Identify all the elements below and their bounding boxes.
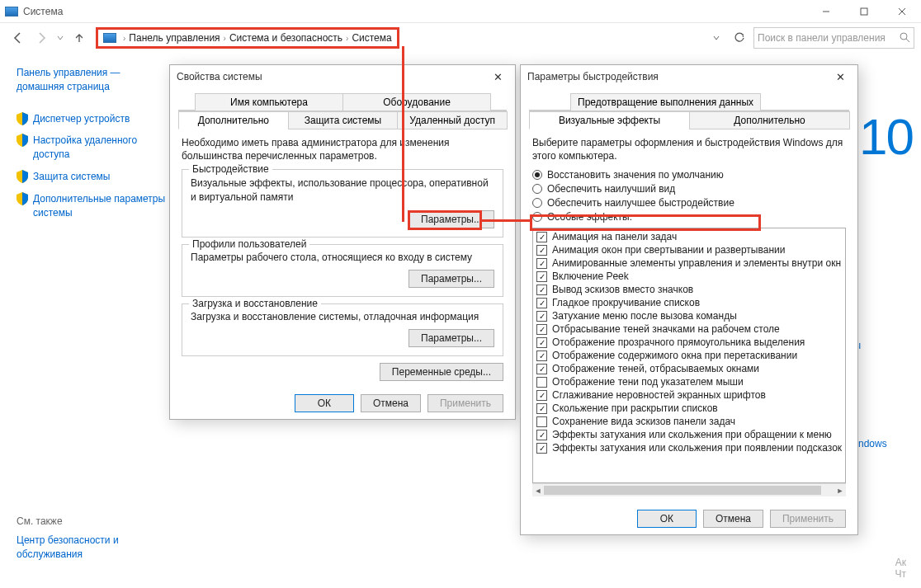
check-item-12[interactable]: Сглаживание неровностей экранных шрифтов <box>535 388 843 402</box>
checkbox-icon[interactable] <box>536 298 547 308</box>
ok-button[interactable]: ОК <box>295 394 354 412</box>
check-item-13[interactable]: Скольжение при раскрытии списков <box>535 402 843 415</box>
check-item-9[interactable]: Отображение содержимого окна при перетас… <box>535 349 843 362</box>
check-item-10[interactable]: Отображение теней, отбрасываемых окнами <box>535 362 843 375</box>
checkbox-icon[interactable] <box>536 390 547 401</box>
nav-up-button[interactable] <box>68 26 91 49</box>
sidebar-link-advanced[interactable]: Дополнительные параметры системы <box>17 192 169 220</box>
check-item-5[interactable]: Гладкое прокручивание списков <box>535 296 843 309</box>
check-label: Отображение тени под указателем мыши <box>552 376 744 388</box>
close-icon[interactable]: ✕ <box>829 68 851 85</box>
sidebar-link-device-manager[interactable]: Диспетчер устройств <box>17 112 169 126</box>
tab-hardware[interactable]: Оборудование <box>342 93 491 111</box>
startup-params-button[interactable]: Параметры... <box>409 329 494 347</box>
breadcrumb-item[interactable]: Система <box>352 32 391 44</box>
checkbox-icon[interactable] <box>536 443 547 454</box>
tab-protection[interactable]: Защита системы <box>288 111 399 129</box>
minimize-button[interactable] <box>807 0 845 23</box>
breadcrumb[interactable]: › Панель управления › Система и безопасн… <box>96 27 399 49</box>
see-also-link[interactable]: Центр безопасности и обслуживания <box>17 534 165 562</box>
checkbox-icon[interactable] <box>536 285 547 295</box>
radio-icon[interactable] <box>532 170 542 180</box>
check-label: Сохранение вида эскизов панели задач <box>552 416 735 427</box>
radio-option-0[interactable]: Восстановить значения по умолчанию <box>532 169 846 181</box>
check-item-3[interactable]: Включение Peek <box>535 270 843 283</box>
highlight-params-button <box>408 210 482 230</box>
address-dropdown-button[interactable] <box>707 29 725 47</box>
check-label: Эффекты затухания или скольжения при обр… <box>552 429 832 440</box>
scroll-right-icon[interactable]: ► <box>834 484 846 496</box>
checkbox-icon[interactable] <box>536 403 547 414</box>
sidebar: Панель управления — домашняя страница Ди… <box>17 66 169 228</box>
tab-visual-effects[interactable]: Визуальные эффекты <box>529 111 690 129</box>
checkbox-icon[interactable] <box>536 311 547 322</box>
env-vars-button[interactable]: Переменные среды... <box>380 363 503 381</box>
highlight-best-performance-radio <box>530 214 761 231</box>
checkbox-icon[interactable] <box>536 232 547 242</box>
breadcrumb-item[interactable]: Панель управления <box>129 32 220 44</box>
scroll-thumb[interactable] <box>544 486 821 495</box>
close-icon[interactable]: ✕ <box>487 68 508 85</box>
nav-forward-button[interactable] <box>30 26 53 49</box>
search-icon[interactable] <box>899 31 910 45</box>
profiles-params-button[interactable]: Параметры... <box>409 270 494 288</box>
checkbox-icon[interactable] <box>536 337 547 348</box>
tab-advanced[interactable]: Дополнительно <box>689 111 850 129</box>
shield-icon <box>17 112 28 125</box>
check-item-16[interactable]: Эффекты затухания или скольжения при поя… <box>535 441 843 454</box>
radio-option-2[interactable]: Обеспечить наилучшее быстродействие <box>532 197 846 209</box>
checkbox-icon[interactable] <box>536 324 547 335</box>
tab-computer-name[interactable]: Имя компьютера <box>195 93 343 111</box>
sidebar-home-link[interactable]: Панель управления — домашняя страница <box>17 66 169 94</box>
check-item-0[interactable]: Анимация на панели задач <box>535 230 843 243</box>
radio-icon[interactable] <box>532 198 542 208</box>
effects-checklist[interactable]: Анимация на панели задачАнимация окон пр… <box>532 228 846 483</box>
nav-history-dropdown[interactable] <box>53 26 68 49</box>
apply-button[interactable]: Применить <box>770 510 846 528</box>
tab-advanced[interactable]: Дополнительно <box>178 111 289 129</box>
check-item-8[interactable]: Отображение прозрачного прямоугольника в… <box>535 336 843 349</box>
apply-button[interactable]: Применить <box>427 394 503 412</box>
search-input[interactable]: Поиск в панели управления <box>753 27 914 49</box>
checkbox-icon[interactable] <box>536 271 547 282</box>
check-item-6[interactable]: Затухание меню после вызова команды <box>535 309 843 322</box>
ok-button[interactable]: ОК <box>637 510 697 528</box>
maximize-button[interactable] <box>845 0 883 23</box>
breadcrumb-item[interactable]: Система и безопасность <box>229 32 342 44</box>
radio-icon[interactable] <box>532 184 542 194</box>
dialog-titlebar[interactable]: Свойства системы ✕ <box>170 65 515 88</box>
tab-remote[interactable]: Удаленный доступ <box>397 111 508 129</box>
checkbox-icon[interactable] <box>536 430 547 440</box>
red-connector-horz <box>482 219 531 222</box>
check-item-1[interactable]: Анимация окон при свертывании и разверты… <box>535 243 843 256</box>
checkbox-icon[interactable] <box>536 245 547 256</box>
check-item-11[interactable]: Отображение тени под указателем мыши <box>535 375 843 388</box>
scroll-left-icon[interactable]: ◄ <box>532 484 544 496</box>
nav-back-button[interactable] <box>7 26 30 49</box>
dialog-titlebar[interactable]: Параметры быстродействия ✕ <box>521 65 857 88</box>
refresh-button[interactable] <box>730 29 749 47</box>
checkbox-icon[interactable] <box>536 350 547 361</box>
checkbox-icon[interactable] <box>536 416 547 427</box>
check-item-2[interactable]: Анимированные элементы управления и элем… <box>535 256 843 270</box>
checkbox-icon[interactable] <box>536 258 547 269</box>
sidebar-link-remote[interactable]: Настройка удаленного доступа <box>17 134 169 162</box>
tab-dep[interactable]: Предотвращение выполнения данных <box>570 93 761 111</box>
sidebar-link-protection[interactable]: Защита системы <box>17 170 169 184</box>
checkbox-icon[interactable] <box>536 364 547 374</box>
check-item-7[interactable]: Отбрасывание теней значками на рабочем с… <box>535 322 843 336</box>
check-item-4[interactable]: Вывод эскизов вместо значков <box>535 283 843 296</box>
close-button[interactable] <box>883 0 921 23</box>
horizontal-scrollbar[interactable]: ◄ ► <box>532 483 846 496</box>
cancel-button[interactable]: Отмена <box>703 510 763 528</box>
search-placeholder: Поиск в панели управления <box>758 32 886 44</box>
radio-label: Обеспечить наилучший вид <box>547 183 675 195</box>
radio-option-1[interactable]: Обеспечить наилучший вид <box>532 183 846 195</box>
svg-rect-1 <box>861 8 867 15</box>
check-item-15[interactable]: Эффекты затухания или скольжения при обр… <box>535 428 843 441</box>
check-label: Вывод эскизов вместо значков <box>552 284 693 295</box>
radio-label: Восстановить значения по умолчанию <box>547 169 724 181</box>
cancel-button[interactable]: Отмена <box>361 394 421 412</box>
check-item-14[interactable]: Сохранение вида эскизов панели задач <box>535 415 843 428</box>
checkbox-icon[interactable] <box>536 377 547 388</box>
